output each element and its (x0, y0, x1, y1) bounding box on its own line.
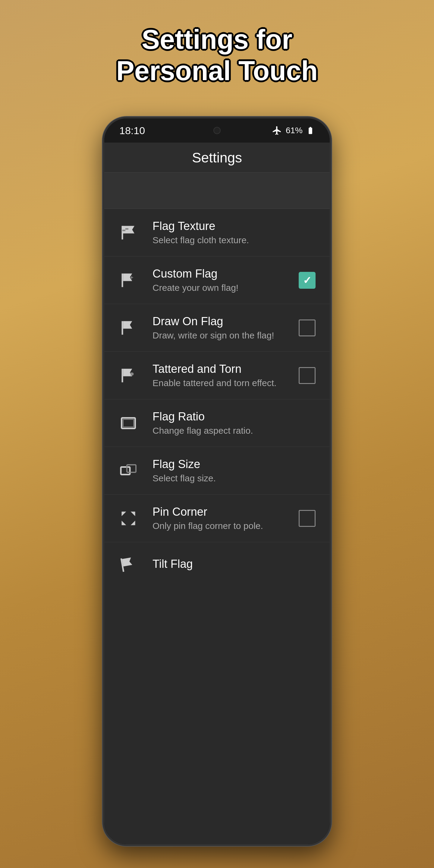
phone-frame: 18:10 61% Settings (102, 117, 332, 846)
draw-flag-checkbox[interactable] (299, 319, 315, 336)
flag-texture-icon (116, 221, 141, 245)
flag-size-icon (116, 459, 141, 483)
pin-corner-checkbox[interactable] (299, 510, 315, 527)
tattered-text: Tattered and Torn Enable tattered and to… (153, 363, 297, 388)
flag-ratio-subtitle: Change flag aspect ratio. (153, 426, 297, 436)
svg-rect-10 (121, 467, 130, 474)
svg-rect-5 (122, 321, 123, 335)
flag-size-title: Flag Size (153, 458, 297, 471)
draw-flag-subtitle: Draw, write or sign on the flag! (153, 330, 297, 341)
svg-rect-9 (123, 419, 134, 427)
app-bar: Settings (104, 143, 330, 173)
pin-corner-control[interactable] (297, 508, 318, 529)
svg-text:+: + (130, 274, 133, 281)
phone-mockup: 18:10 61% Settings (102, 117, 332, 846)
tilt-flag-icon (116, 553, 141, 577)
custom-flag-icon: + (116, 268, 141, 292)
svg-rect-6 (122, 369, 123, 382)
custom-flag-subtitle: Create your own flag! (153, 283, 297, 293)
airplane-icon (272, 125, 282, 135)
draw-flag-title: Draw On Flag (153, 315, 297, 328)
empty-section (104, 173, 330, 209)
status-time: 18:10 (119, 125, 145, 136)
tilt-flag-text: Tilt Flag (153, 558, 318, 573)
settings-item-flag-ratio[interactable]: Flag Ratio Change flag aspect ratio. (104, 399, 330, 447)
custom-flag-control[interactable] (297, 270, 318, 291)
settings-item-flag-texture[interactable]: Flag Texture Select flag cloth texture. (104, 209, 330, 256)
page-title: Settings for Personal Touch (98, 24, 336, 87)
settings-item-flag-size[interactable]: Flag Size Select flag size. (104, 447, 330, 495)
flag-ratio-icon (116, 411, 141, 435)
flag-texture-control (297, 222, 318, 243)
tattered-control[interactable] (297, 365, 318, 386)
svg-rect-3 (122, 273, 123, 287)
settings-item-draw-flag[interactable]: Draw On Flag Draw, write or sign on the … (104, 304, 330, 352)
tattered-icon (116, 364, 141, 388)
settings-item-custom-flag[interactable]: + Custom Flag Create your own flag! (104, 256, 330, 304)
custom-flag-title: Custom Flag (153, 267, 297, 280)
tilt-flag-title: Tilt Flag (153, 558, 318, 570)
svg-rect-11 (127, 465, 136, 472)
pin-corner-text: Pin Corner Only pin flag corner to pole. (153, 505, 297, 531)
flag-size-subtitle: Select flag size. (153, 473, 297, 484)
svg-point-7 (131, 373, 134, 375)
flag-texture-text: Flag Texture Select flag cloth texture. (153, 220, 297, 245)
settings-list: Flag Texture Select flag cloth texture. … (104, 173, 330, 844)
flag-ratio-text: Flag Ratio Change flag aspect ratio. (153, 410, 297, 436)
pin-corner-subtitle: Only pin flag corner to pole. (153, 521, 297, 531)
svg-rect-0 (122, 226, 123, 239)
camera-dot (213, 127, 221, 134)
tattered-title: Tattered and Torn (153, 363, 297, 375)
settings-item-tattered[interactable]: Tattered and Torn Enable tattered and to… (104, 352, 330, 399)
custom-flag-text: Custom Flag Create your own flag! (153, 267, 297, 293)
flag-texture-subtitle: Select flag cloth texture. (153, 235, 297, 245)
pin-corner-icon (116, 506, 141, 530)
status-icons: 61% (272, 125, 315, 135)
flag-ratio-title: Flag Ratio (153, 410, 297, 423)
battery-icon (306, 126, 315, 135)
pin-corner-title: Pin Corner (153, 505, 297, 518)
tattered-checkbox[interactable] (299, 367, 315, 384)
flag-texture-title: Flag Texture (153, 220, 297, 233)
svg-rect-2 (125, 228, 128, 230)
settings-item-pin-corner[interactable]: Pin Corner Only pin flag corner to pole. (104, 495, 330, 542)
draw-flag-icon (116, 316, 141, 340)
app-bar-title: Settings (192, 150, 242, 166)
flag-size-text: Flag Size Select flag size. (153, 458, 297, 484)
battery-text: 61% (286, 126, 303, 135)
flag-ratio-control (297, 412, 318, 434)
settings-item-tilt-flag[interactable]: Tilt Flag (104, 542, 330, 588)
tattered-subtitle: Enable tattered and torn effect. (153, 378, 297, 388)
custom-flag-checkbox[interactable] (299, 272, 315, 289)
flag-size-control (297, 460, 318, 481)
draw-flag-control[interactable] (297, 317, 318, 338)
draw-flag-text: Draw On Flag Draw, write or sign on the … (153, 315, 297, 341)
svg-rect-1 (122, 230, 125, 231)
status-bar: 18:10 61% (104, 119, 330, 143)
